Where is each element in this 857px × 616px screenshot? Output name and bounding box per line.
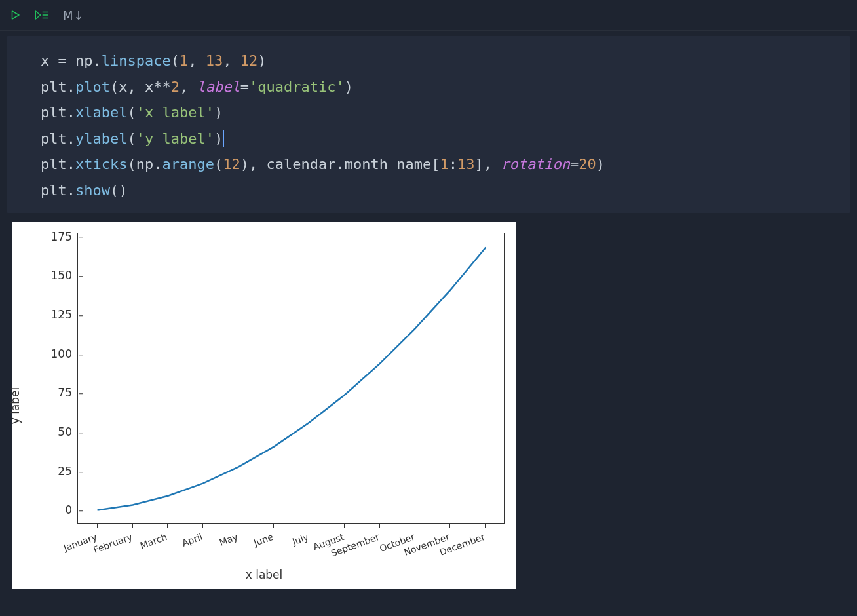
x-tick-label: April bbox=[180, 530, 204, 550]
markdown-cell-button[interactable]: M↓ bbox=[63, 7, 85, 24]
x-tick-mark bbox=[167, 524, 168, 528]
y-tick: 0 bbox=[65, 503, 77, 520]
chart-axes bbox=[77, 233, 505, 524]
code-cell[interactable]: x = np.linspace(1, 13, 12)plt.plot(x, x*… bbox=[7, 36, 850, 213]
x-tick-mark bbox=[238, 524, 238, 528]
notebook-toolbar: M↓ bbox=[0, 0, 857, 31]
chart-line bbox=[78, 233, 504, 523]
y-tick: 125 bbox=[51, 307, 77, 324]
x-tick-mark bbox=[97, 524, 98, 528]
x-tick-mark bbox=[309, 524, 309, 528]
x-tick-mark bbox=[379, 524, 380, 528]
x-tick-label: February bbox=[91, 530, 134, 557]
y-tick: 25 bbox=[58, 463, 77, 480]
y-tick: 175 bbox=[51, 229, 77, 246]
x-axis-label: x label bbox=[12, 567, 516, 584]
x-tick-label: May bbox=[218, 530, 240, 550]
code-editor[interactable]: x = np.linspace(1, 13, 12)plt.plot(x, x*… bbox=[41, 48, 836, 204]
x-tick-mark bbox=[273, 524, 274, 528]
x-tick-label: July bbox=[290, 530, 311, 549]
x-tick-label: March bbox=[138, 530, 169, 552]
matplotlib-figure: y label x label 0255075100125150175Janua… bbox=[12, 222, 516, 589]
y-tick: 150 bbox=[51, 268, 77, 285]
x-tick-mark bbox=[132, 524, 133, 528]
y-tick: 50 bbox=[58, 424, 77, 441]
y-tick: 100 bbox=[51, 346, 77, 363]
x-tick-mark bbox=[202, 524, 203, 528]
x-tick-mark bbox=[344, 524, 345, 528]
x-tick-label: January bbox=[62, 530, 99, 555]
cell-output: y label x label 0255075100125150175Janua… bbox=[12, 222, 850, 589]
x-tick-mark bbox=[449, 524, 450, 528]
x-tick-mark bbox=[485, 524, 486, 528]
y-axis-label: y label bbox=[7, 387, 24, 424]
x-tick-label: June bbox=[252, 530, 275, 550]
y-tick: 75 bbox=[58, 385, 77, 402]
run-all-icon[interactable] bbox=[34, 9, 50, 21]
x-tick-mark bbox=[415, 524, 415, 528]
run-cell-icon[interactable] bbox=[9, 9, 21, 21]
